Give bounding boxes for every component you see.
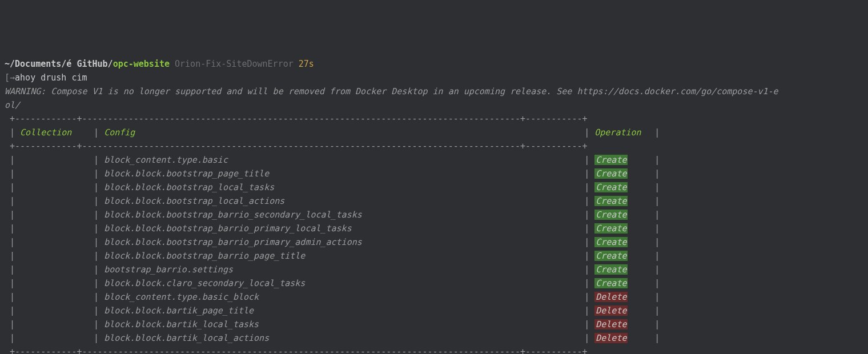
operation-label: Create — [594, 278, 628, 288]
operation-cell: Create — [594, 167, 649, 180]
table-header-row: | Collection | Config | Operation | — [0, 126, 868, 139]
operation-cell: Create — [594, 153, 649, 167]
table-rule: +------------+--------------------------… — [5, 347, 587, 354]
table-row: | | bootstrap_barrio.settings | Create | — [0, 263, 868, 276]
table-row: | | block.block.bootstrap_barrio_page_ti… — [0, 249, 868, 263]
table-row: | | block.block.bartik_local_actions | D… — [0, 331, 868, 345]
config-cell: block.block.bartik_page_title — [104, 304, 579, 317]
operation-cell: Create — [594, 194, 649, 208]
operation-cell: Delete — [594, 304, 649, 317]
config-cell: block.block.bootstrap_barrio_primary_loc… — [104, 222, 579, 235]
table-row: | | block_content.type.basic_block | Del… — [0, 290, 868, 304]
table-rule: +------------+--------------------------… — [5, 114, 587, 124]
col-header-operation: Operation — [594, 126, 649, 139]
config-cell: block.block.bootstrap_barrio_page_title — [104, 249, 579, 263]
config-cell: block.block.bootstrap_local_tasks — [104, 180, 579, 194]
col-header-config: Config — [104, 126, 579, 139]
config-cell: block.block.claro_secondary_local_tasks — [104, 276, 579, 290]
operation-cell: Create — [594, 235, 649, 249]
table-row: | | block.block.bartik_local_tasks | Del… — [0, 317, 868, 331]
operation-label: Delete — [594, 333, 628, 343]
warning-line: ol/ — [0, 98, 868, 112]
command-line: [→ahoy drush cim — [0, 71, 868, 85]
operation-label: Create — [594, 168, 628, 179]
table-row: | | block.block.bootstrap_local_tasks | … — [0, 180, 868, 194]
operation-label: Create — [594, 210, 628, 220]
rule-line: +------------+--------------------------… — [0, 345, 868, 354]
config-cell: bootstrap_barrio.settings — [104, 263, 579, 276]
config-cell: block.block.bootstrap_barrio_primary_adm… — [104, 235, 579, 249]
warning-line: WARNING: Compose V1 is no longer support… — [0, 85, 868, 98]
operation-cell: Delete — [594, 331, 649, 345]
operation-label: Create — [594, 196, 628, 206]
table-row: | | block_content.type.basic | Create | — [0, 153, 868, 167]
operation-label: Delete — [594, 292, 628, 302]
operation-cell: Create — [594, 222, 649, 235]
last-cmd-duration: 27s — [299, 59, 314, 69]
config-cell: block.block.bartik_local_tasks — [104, 317, 579, 331]
docker-warning: WARNING: Compose V1 is no longer support… — [5, 86, 778, 96]
table-row: | | block.block.bootstrap_page_title | C… — [0, 167, 868, 180]
operation-cell: Create — [594, 276, 649, 290]
col-header-collection: Collection — [20, 126, 89, 139]
operation-label: Create — [594, 251, 628, 261]
operation-label: Create — [594, 155, 628, 165]
git-branch: Orion-Fix-SiteDownError — [170, 59, 299, 69]
rule-line: +------------+--------------------------… — [0, 139, 868, 153]
docker-warning-cont: ol/ — [5, 100, 20, 110]
entered-command: ahoy drush cim — [15, 73, 87, 83]
config-cell: block.block.bootstrap_barrio_secondary_l… — [104, 208, 579, 222]
config-cell: block_content.type.basic — [104, 153, 579, 167]
operation-cell: Create — [594, 180, 649, 194]
shell-prompt: ~/Documents/é GitHub/opc-website Orion-F… — [0, 57, 868, 71]
operation-label: Create — [594, 223, 628, 234]
table-rule: +------------+--------------------------… — [5, 141, 587, 151]
config-cell: block_content.type.basic_block — [104, 290, 579, 304]
operation-label: Create — [594, 237, 628, 247]
table-row: | | block.block.bartik_page_title | Dele… — [0, 304, 868, 317]
prompt-arrow-icon: [→ — [5, 73, 15, 83]
table-row: | | block.block.bootstrap_local_actions … — [0, 194, 868, 208]
operation-cell: Delete — [594, 290, 649, 304]
operation-cell: Delete — [594, 317, 649, 331]
table-row: | | block.block.claro_secondary_local_ta… — [0, 276, 868, 290]
cwd-path: ~/Documents/é GitHub/ — [5, 59, 113, 69]
config-cell: block.block.bartik_local_actions — [104, 331, 579, 345]
table-row: | | block.block.bootstrap_barrio_primary… — [0, 222, 868, 235]
table-row: | | block.block.bootstrap_barrio_seconda… — [0, 208, 868, 222]
repo-name: opc-website — [113, 59, 170, 69]
operation-cell: Create — [594, 249, 649, 263]
table-row: | | block.block.bootstrap_barrio_primary… — [0, 235, 868, 249]
operation-label: Delete — [594, 305, 628, 316]
operation-label: Create — [594, 182, 628, 192]
operation-cell: Create — [594, 208, 649, 222]
config-cell: block.block.bootstrap_local_actions — [104, 194, 579, 208]
rule-line: +------------+--------------------------… — [0, 112, 868, 126]
operation-cell: Create — [594, 263, 649, 276]
config-cell: block.block.bootstrap_page_title — [104, 167, 579, 180]
operation-label: Delete — [594, 319, 628, 329]
operation-label: Create — [594, 264, 628, 275]
